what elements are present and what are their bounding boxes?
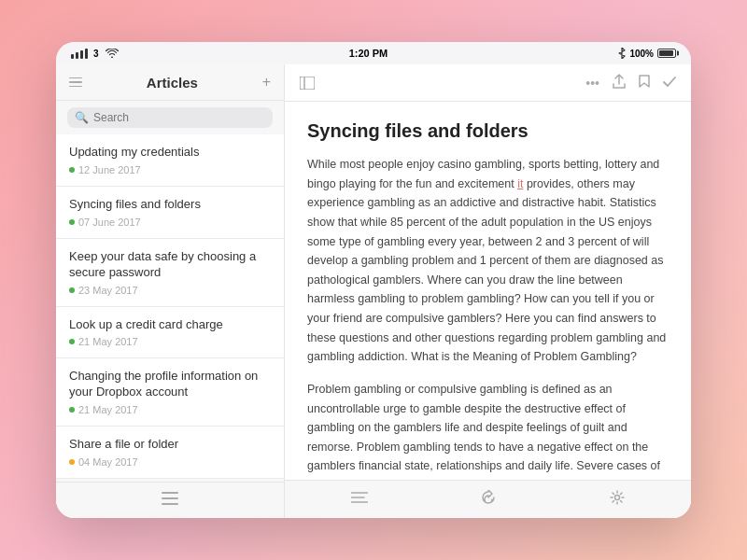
article-item-date: 04 May 2017 [69, 456, 271, 468]
article-list: Updating my credentials 12 June 2017 Syn… [56, 134, 284, 482]
device-frame: 3 1:20 PM 100% [56, 42, 691, 518]
status-right: 100% [618, 48, 676, 59]
article-list-item[interactable]: Updating my credentials 12 June 2017 [56, 134, 284, 187]
article-paragraph: While most people enjoy casino gambling,… [307, 155, 669, 367]
settings-button[interactable] [610, 490, 625, 509]
battery-icon [657, 49, 676, 58]
lines-icon [351, 491, 368, 504]
status-dot [69, 219, 75, 225]
status-dot [69, 287, 75, 293]
article-item-title: Changing the profile information on your… [69, 369, 271, 400]
more-options-button[interactable]: ••• [585, 76, 599, 91]
article-list-item[interactable]: Changing the profile information on your… [56, 358, 284, 427]
date-text: 21 May 2017 [78, 336, 138, 347]
article-list-item[interactable]: Syncing files and folders 07 June 2017 [56, 187, 284, 239]
svg-rect-1 [162, 497, 178, 499]
add-article-button[interactable]: + [262, 74, 271, 91]
sidebar-toggle-icon[interactable] [300, 77, 315, 90]
article-item-title: Look up a credit card charge [69, 317, 271, 333]
wifi-icon [106, 49, 119, 58]
search-icon: 🔍 [75, 111, 89, 124]
article-item-date: 23 May 2017 [69, 285, 271, 296]
status-dot [69, 339, 75, 344]
svg-rect-2 [162, 503, 178, 505]
signal-icon [71, 49, 88, 59]
menu-button[interactable] [69, 77, 82, 88]
bluetooth-icon [618, 48, 626, 59]
svg-rect-3 [300, 77, 315, 90]
status-left: 3 [71, 49, 119, 59]
status-dot [69, 407, 75, 413]
svg-point-8 [615, 496, 620, 500]
list-icon [162, 492, 178, 505]
article-item-date: 07 June 2017 [69, 217, 271, 228]
main-content: Articles + 🔍 Updating my credentials 12 … [56, 64, 691, 518]
date-text: 04 May 2017 [78, 456, 138, 468]
bookmark-button[interactable] [639, 75, 650, 91]
refresh-icon [481, 490, 496, 505]
done-button[interactable] [663, 76, 676, 91]
checkmark-icon [663, 77, 676, 88]
left-header: Articles + [56, 64, 284, 101]
status-bar: 3 1:20 PM 100% [56, 42, 691, 64]
article-item-title: Syncing files and folders [69, 197, 271, 213]
right-footer [285, 480, 691, 518]
article-item-title: Updating my credentials [69, 145, 271, 161]
date-text: 21 May 2017 [78, 404, 138, 415]
svg-rect-0 [162, 492, 178, 494]
article-list-item[interactable]: Look up a credit card charge 21 May 2017 [56, 307, 284, 359]
article-item-date: 21 May 2017 [69, 404, 271, 415]
upload-icon [613, 74, 626, 89]
bookmark-icon [639, 75, 650, 88]
article-list-item[interactable]: Share a file or folder 04 May 2017 [56, 427, 284, 479]
right-content: Syncing files and folders While most peo… [285, 102, 691, 480]
article-item-title: Keep your data safe by choosing a secure… [69, 249, 271, 281]
date-text: 12 June 2017 [78, 164, 141, 175]
search-bar: 🔍 [56, 101, 284, 134]
article-title: Syncing files and folders [307, 120, 669, 142]
article-body: While most people enjoy casino gambling,… [307, 155, 669, 480]
list-view-button[interactable] [162, 492, 178, 509]
left-footer [56, 482, 284, 518]
date-text: 07 June 2017 [78, 217, 141, 228]
status-time: 1:20 PM [349, 48, 388, 59]
date-text: 23 May 2017 [78, 285, 138, 296]
right-header: ••• [285, 64, 691, 102]
article-list-item[interactable]: Keep your data safe by choosing a secure… [56, 239, 284, 307]
gear-icon [610, 490, 625, 505]
format-button[interactable] [351, 491, 368, 508]
article-paragraph: Problem gambling or compulsive gambling … [307, 380, 669, 480]
refresh-button[interactable] [481, 490, 496, 509]
search-input[interactable] [93, 111, 265, 124]
right-panel: ••• [285, 64, 691, 518]
battery-percent: 100% [629, 49, 654, 59]
left-panel: Articles + 🔍 Updating my credentials 12 … [56, 64, 285, 518]
panel-title: Articles [82, 75, 262, 91]
status-dot [69, 167, 75, 173]
network-label: 3 [93, 49, 99, 59]
article-item-date: 21 May 2017 [69, 336, 271, 347]
search-input-wrap[interactable]: 🔍 [67, 107, 273, 128]
right-header-actions: ••• [585, 74, 676, 91]
article-item-date: 12 June 2017 [69, 164, 271, 175]
status-dot [69, 459, 75, 465]
share-button[interactable] [613, 74, 626, 91]
right-header-left [300, 77, 315, 90]
highlight-text: it [517, 177, 523, 190]
article-item-title: Share a file or folder [69, 437, 271, 453]
